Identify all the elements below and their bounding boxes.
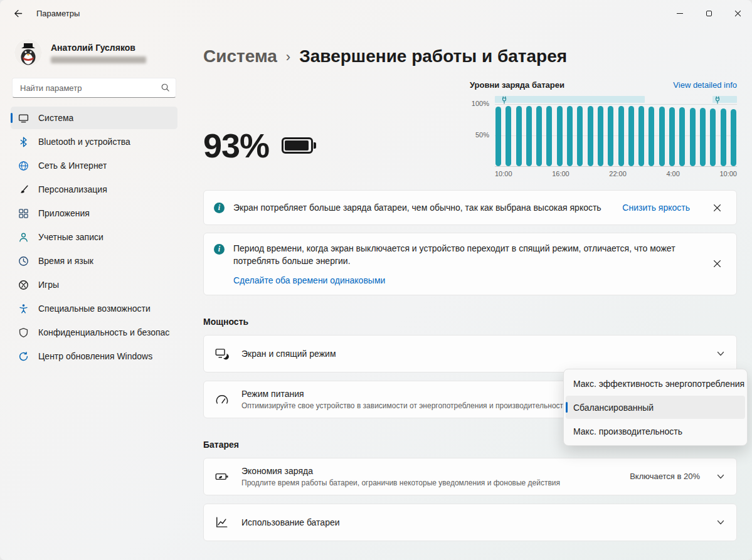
sidebar-item-label: Центр обновления Windows xyxy=(38,351,152,361)
sidebar-item-label: Специальные возможности xyxy=(38,304,151,314)
chart-bar xyxy=(557,106,563,166)
close-button[interactable] xyxy=(723,0,752,26)
dismiss-brightness-banner-button[interactable] xyxy=(707,198,726,217)
breadcrumb-separator: › xyxy=(286,49,290,65)
power-mode-icon xyxy=(215,393,229,406)
back-arrow-icon xyxy=(13,9,23,18)
selected-indicator xyxy=(11,113,13,123)
bluetooth-icon xyxy=(18,137,29,147)
time-language-icon xyxy=(18,256,29,267)
chart-bar xyxy=(536,106,542,166)
chart-bar xyxy=(495,107,501,166)
sidebar-item-privacy[interactable]: Конфиденциальность и безопасность xyxy=(11,321,177,344)
card-title: Экономия заряда xyxy=(241,466,622,476)
privacy-icon xyxy=(18,327,29,338)
info-icon: i xyxy=(214,203,225,213)
chart-bar xyxy=(628,106,634,166)
x-tick: 10:00 xyxy=(495,170,512,177)
accessibility-icon xyxy=(18,304,29,314)
card-battery-usage[interactable]: Использование батареи xyxy=(203,504,737,541)
sidebar-item-windows-update[interactable]: Центр обновления Windows xyxy=(11,345,177,367)
chevron-down-icon[interactable] xyxy=(716,472,725,481)
power-mode-option-best-efficiency[interactable]: Макс. эффективность энергопотребления xyxy=(566,372,745,395)
screen-sleep-icon xyxy=(215,347,229,361)
sidebar-item-time-language[interactable]: Время и язык xyxy=(11,250,177,272)
chart-bar xyxy=(721,108,726,166)
chart-bar xyxy=(669,107,675,166)
brightness-warning-banner: i Экран потребляет больше заряда батареи… xyxy=(203,190,737,225)
search-input[interactable] xyxy=(12,78,176,98)
power-mode-option-best-performance[interactable]: Макс. производительность xyxy=(566,420,745,443)
chart-bar xyxy=(588,106,593,166)
battery-saver-icon xyxy=(215,470,229,483)
avatar xyxy=(14,39,42,66)
windows-update-icon xyxy=(18,351,29,362)
make-times-equal-link[interactable]: Сделайте оба времени одинаковыми xyxy=(233,275,385,285)
close-icon xyxy=(713,204,721,212)
minimize-button[interactable] xyxy=(665,0,694,26)
close-icon xyxy=(713,260,721,268)
dismiss-sleep-banner-button[interactable] xyxy=(707,255,726,273)
chevron-down-icon[interactable] xyxy=(716,518,725,527)
sidebar-item-bluetooth[interactable]: Bluetooth и устройства xyxy=(11,130,177,153)
battery-hero-row: 93% Уровни заряда батареи View detailed … xyxy=(203,80,737,177)
chevron-down-icon[interactable] xyxy=(716,349,725,358)
sleep-timing-banner: i Период времени, когда экран выключаетс… xyxy=(203,233,737,295)
user-profile[interactable]: Анатолий Гусляков xyxy=(11,39,177,78)
dropdown-option-label: Макс. производительность xyxy=(573,426,682,436)
x-tick: 10:00 xyxy=(719,170,737,177)
chart-bar xyxy=(731,109,736,166)
power-mode-dropdown: Макс. эффективность энергопотребления Сб… xyxy=(563,369,748,446)
sidebar-item-label: Приложения xyxy=(38,208,90,218)
card-screen-and-sleep[interactable]: Экран и спящий режим xyxy=(203,335,737,372)
chart-bar xyxy=(577,106,583,166)
user-meta: Анатолий Гусляков xyxy=(51,43,146,63)
sidebar-item-label: Сеть & Интернет xyxy=(38,161,107,171)
main-content: Система › Завершение работы и батарея 93… xyxy=(203,26,737,541)
chart-y-axis: 100% 50% xyxy=(470,95,495,177)
sidebar-item-label: Конфиденциальность и безопасность xyxy=(38,327,170,337)
info-icon: i xyxy=(214,244,225,255)
sidebar-item-label: Время и язык xyxy=(38,256,93,266)
breadcrumb-system[interactable]: Система xyxy=(203,46,277,66)
battery-chart-bars xyxy=(495,104,737,167)
sidebar-item-apps[interactable]: Приложения xyxy=(11,202,177,225)
chart-bar xyxy=(598,106,603,166)
chart-bar xyxy=(567,106,573,166)
reduce-brightness-link[interactable]: Снизить яркость xyxy=(622,203,690,213)
x-tick: 22:00 xyxy=(609,170,627,177)
card-battery-saver[interactable]: Экономия заряда Продлите время работы ба… xyxy=(203,458,737,495)
sidebar-item-label: Система xyxy=(38,113,73,123)
sidebar: Анатолий Гусляков Система Bl xyxy=(0,26,188,560)
sidebar-item-label: Учетные записи xyxy=(38,232,103,242)
search-icon[interactable] xyxy=(161,83,170,95)
dropdown-option-label: Макс. эффективность энергопотребления xyxy=(573,379,744,389)
sidebar-item-games[interactable]: Игры xyxy=(11,273,177,296)
sidebar-item-system[interactable]: Система xyxy=(11,107,177,129)
sidebar-nav: Система Bluetooth и устройства Сеть & Ин… xyxy=(11,107,177,367)
power-mode-option-balanced[interactable]: Сбалансированный xyxy=(566,396,745,419)
user-subtitle-redacted xyxy=(51,56,146,63)
apps-icon xyxy=(18,208,29,219)
system-icon xyxy=(18,113,29,124)
close-icon xyxy=(734,10,741,17)
maximize-icon xyxy=(706,11,712,16)
banner-text: Период времени, когда экран выключается … xyxy=(233,242,690,268)
view-detailed-info-link[interactable]: View detailed info xyxy=(673,80,737,90)
sidebar-item-accessibility[interactable]: Специальные возможности xyxy=(11,297,177,320)
battery-level-chart: Уровни заряда батареи View detailed info… xyxy=(470,80,737,177)
chart-bar xyxy=(546,106,552,166)
sidebar-item-label: Персонализация xyxy=(38,184,107,194)
window-controls xyxy=(665,0,752,26)
sidebar-item-accounts[interactable]: Учетные записи xyxy=(11,226,177,248)
card-title: Использование батареи xyxy=(241,517,700,527)
y-tick-100: 100% xyxy=(472,100,489,107)
back-button[interactable] xyxy=(5,3,30,24)
user-name: Анатолий Гусляков xyxy=(51,43,146,53)
page-title: Завершение работы и батарея xyxy=(299,46,567,66)
sidebar-item-network[interactable]: Сеть & Интернет xyxy=(11,154,177,177)
battery-usage-icon xyxy=(215,515,229,529)
sidebar-item-personalization[interactable]: Персонализация xyxy=(11,178,177,201)
search-box xyxy=(12,78,176,98)
maximize-button[interactable] xyxy=(694,0,723,26)
